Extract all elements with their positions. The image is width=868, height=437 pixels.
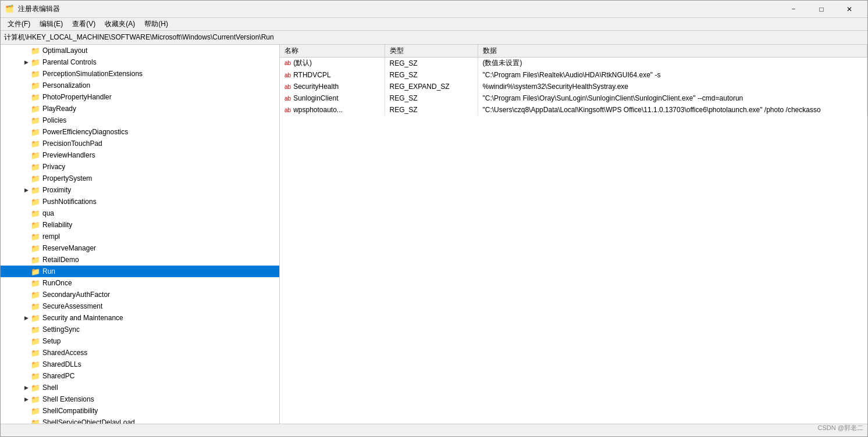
tree-item-OptimalLayout[interactable]: 📁OptimalLayout xyxy=(1,45,279,56)
tree-item-PowerEfficiencyDiagnostics[interactable]: 📁PowerEfficiencyDiagnostics xyxy=(1,126,279,138)
folder-icon: 📁 xyxy=(31,302,40,311)
tree-item-qua[interactable]: 📁qua xyxy=(1,207,279,219)
cell-name: abwpsphotoauto... xyxy=(280,104,385,116)
folder-icon: 📁 xyxy=(31,290,40,299)
cell-type: REG_SZ xyxy=(385,69,478,81)
expand-arrow-icon[interactable]: ▶ xyxy=(22,395,31,404)
tree-panel: 📁OptimalLayout▶📁Parental Controls📁Percep… xyxy=(1,45,280,424)
tree-item-Shell[interactable]: ▶📁Shell xyxy=(1,382,279,393)
tree-label: ShellServiceObjectDelayLoad xyxy=(42,418,135,424)
tree-item-Run[interactable]: 📁Run xyxy=(1,266,279,277)
tree-label: qua xyxy=(42,209,54,217)
expand-arrow-icon[interactable]: ▶ xyxy=(22,58,31,67)
maximize-button[interactable]: □ xyxy=(808,1,835,18)
tree-item-ParentalControls[interactable]: ▶📁Parental Controls xyxy=(1,56,279,68)
folder-icon: 📁 xyxy=(31,243,40,253)
folder-icon: 📁 xyxy=(31,139,40,148)
cell-data: (数值未设置) xyxy=(478,58,867,69)
menu-item-e[interactable]: 编辑(E) xyxy=(35,18,67,30)
tree-item-SecurityAndMaintenance[interactable]: ▶📁Security and Maintenance xyxy=(1,312,279,324)
tree-label: PlayReady xyxy=(42,105,76,113)
table-row[interactable]: abwpsphotoauto...REG_SZ"C:\Users\czq8\Ap… xyxy=(280,104,867,116)
tree-item-Privacy[interactable]: 📁Privacy xyxy=(1,161,279,173)
tree-label: Reliability xyxy=(42,221,72,229)
menu-item-f[interactable]: 文件(F) xyxy=(3,18,35,30)
tree-label: RetailDemo xyxy=(42,256,79,264)
folder-icon: 📁 xyxy=(31,371,40,381)
tree-item-Reliability[interactable]: 📁Reliability xyxy=(1,219,279,231)
tree-item-RunOnce[interactable]: 📁RunOnce xyxy=(1,277,279,289)
table-row[interactable]: abSecurityHealthREG_EXPAND_SZ%windir%\sy… xyxy=(280,81,867,92)
tree-item-rempl[interactable]: 📁rempl xyxy=(1,231,279,242)
window-icon: 🗂️ xyxy=(5,5,15,14)
registry-table-scroll[interactable]: 名称 类型 数据 ab(默认)REG_SZ(数值未设置)abRTHDVCPLRE… xyxy=(280,45,867,424)
tree-item-PropertySystem[interactable]: 📁PropertySystem xyxy=(1,173,279,184)
tree-label: SharedAccess xyxy=(42,349,87,357)
tree-item-PreviewHandlers[interactable]: 📁PreviewHandlers xyxy=(1,149,279,161)
reg-value-icon: ab xyxy=(284,60,291,66)
folder-icon: 📁 xyxy=(31,162,40,171)
tree-label: PushNotifications xyxy=(42,198,97,206)
tree-item-PlayReady[interactable]: 📁PlayReady xyxy=(1,103,279,114)
tree-label: SharedDLLs xyxy=(42,360,81,368)
tree-item-SecureAssessment[interactable]: 📁SecureAssessment xyxy=(1,300,279,312)
watermark: CSDN @郭老二 xyxy=(818,424,863,432)
tree-item-ShellCompatibility[interactable]: 📁ShellCompatibility xyxy=(1,405,279,417)
expand-arrow-icon[interactable]: ▶ xyxy=(22,185,31,195)
address-path: 计算机\HKEY_LOCAL_MACHINE\SOFTWARE\Microsof… xyxy=(4,33,274,42)
tree-item-PushNotifications[interactable]: 📁PushNotifications xyxy=(1,196,279,207)
cell-name: ab(默认) xyxy=(280,58,385,69)
tree-label: PerceptionSimulationExtensions xyxy=(42,70,143,78)
tree-item-PerceptionSimulationExtensions[interactable]: 📁PerceptionSimulationExtensions xyxy=(1,68,279,80)
tree-item-ShellServiceObjectDelayLoad[interactable]: 📁ShellServiceObjectDelayLoad xyxy=(1,417,279,424)
tree-label: rempl xyxy=(42,232,60,241)
col-data: 数据 xyxy=(478,45,867,58)
close-button[interactable]: ✕ xyxy=(836,1,863,18)
tree-item-SecondaryAuthFactor[interactable]: 📁SecondaryAuthFactor xyxy=(1,289,279,300)
tree-item-Policies[interactable]: 📁Policies xyxy=(1,114,279,126)
menu-item-h[interactable]: 帮助(H) xyxy=(140,18,173,30)
tree-label: RunOnce xyxy=(42,279,72,287)
tree-scroll[interactable]: 📁OptimalLayout▶📁Parental Controls📁Percep… xyxy=(1,45,279,424)
tree-item-PrecisionTouchPad[interactable]: 📁PrecisionTouchPad xyxy=(1,138,279,149)
table-row[interactable]: ab(默认)REG_SZ(数值未设置) xyxy=(280,58,867,69)
folder-icon: 📁 xyxy=(31,46,40,55)
tree-item-SharedDLLs[interactable]: 📁SharedDLLs xyxy=(1,359,279,370)
folder-icon: 📁 xyxy=(31,232,40,241)
folder-icon: 📁 xyxy=(31,395,40,404)
expand-arrow-icon[interactable]: ▶ xyxy=(22,383,31,392)
tree-item-RetailDemo[interactable]: 📁RetailDemo xyxy=(1,254,279,266)
minimize-button[interactable]: － xyxy=(780,1,807,18)
folder-icon: 📁 xyxy=(31,325,40,334)
folder-icon: 📁 xyxy=(31,267,40,276)
tree-item-Proximity[interactable]: ▶📁Proximity xyxy=(1,184,279,196)
table-row[interactable]: abSunloginClientREG_SZ"C:\Program Files\… xyxy=(280,92,867,104)
tree-item-ReserveManager[interactable]: 📁ReserveManager xyxy=(1,242,279,254)
folder-icon: 📁 xyxy=(31,81,40,90)
cell-name: abSunloginClient xyxy=(280,92,385,104)
col-type: 类型 xyxy=(385,45,478,58)
tree-item-ShellExtensions[interactable]: ▶📁Shell Extensions xyxy=(1,393,279,405)
menu-item-a[interactable]: 收藏夹(A) xyxy=(100,18,140,30)
reg-value-icon: ab xyxy=(284,84,291,90)
right-panel: 名称 类型 数据 ab(默认)REG_SZ(数值未设置)abRTHDVCPLRE… xyxy=(280,45,867,424)
tree-item-PhotoPropertyHandler[interactable]: 📁PhotoPropertyHandler xyxy=(1,91,279,103)
tree-label: PropertySystem xyxy=(42,174,92,182)
tree-label: Setup xyxy=(42,337,61,345)
tree-item-SettingSync[interactable]: 📁SettingSync xyxy=(1,324,279,335)
expand-arrow-icon[interactable]: ▶ xyxy=(22,313,31,323)
window-controls: － □ ✕ xyxy=(780,1,863,18)
tree-item-Personalization[interactable]: 📁Personalization xyxy=(1,80,279,91)
cell-name: abSecurityHealth xyxy=(280,81,385,92)
tree-item-Setup[interactable]: 📁Setup xyxy=(1,335,279,347)
menu-item-v[interactable]: 查看(V) xyxy=(67,18,100,30)
tree-item-SharedPC[interactable]: 📁SharedPC xyxy=(1,370,279,382)
reg-value-icon: ab xyxy=(284,72,291,78)
folder-icon: 📁 xyxy=(31,255,40,264)
folder-icon: 📁 xyxy=(31,209,40,218)
table-row[interactable]: abRTHDVCPLREG_SZ"C:\Program Files\Realte… xyxy=(280,69,867,81)
tree-item-SharedAccess[interactable]: 📁SharedAccess xyxy=(1,347,279,359)
cell-type: REG_EXPAND_SZ xyxy=(385,81,478,92)
status-bar xyxy=(1,424,867,436)
tree-label: PhotoPropertyHandler xyxy=(42,93,112,101)
